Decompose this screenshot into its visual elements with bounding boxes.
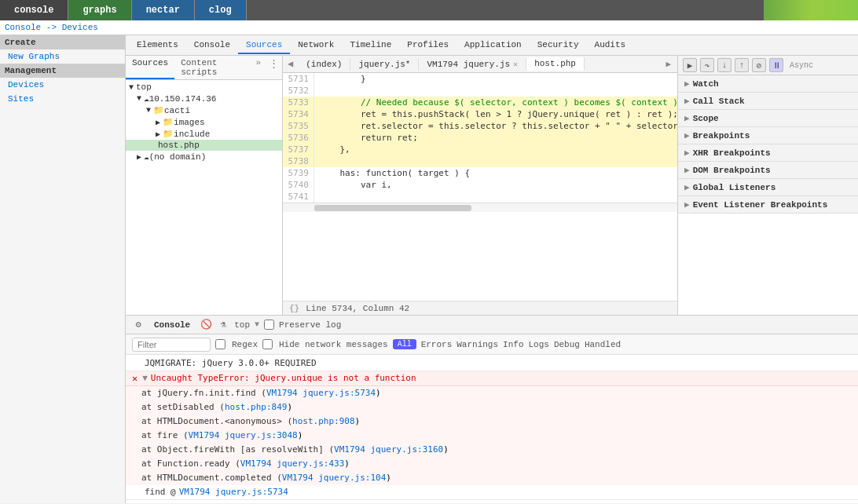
stack-5-link[interactable]: VM1794 jquery.js:433	[240, 458, 344, 470]
devtools-panel: Elements Console Sources Network Timelin…	[126, 35, 858, 503]
file-tree-include[interactable]: ▶ 📁 include	[126, 128, 282, 140]
filter-errors-btn[interactable]: Errors	[421, 340, 453, 349]
tab-application[interactable]: Application	[456, 37, 530, 54]
console-line-jqmigrate: JQMIGRATE: jQuery 3.0.0+ REQUIRED	[126, 356, 858, 371]
section-breakpoints-header[interactable]: ▶ Breakpoints	[678, 127, 858, 144]
section-event-breakpoints-header[interactable]: ▶ Event Listener Breakpoints	[678, 196, 858, 213]
sources-subtab-content-scripts[interactable]: Content scripts	[174, 56, 251, 79]
find-link[interactable]: VM1794 jquery.js:5734	[179, 486, 288, 499]
filter-warnings-btn[interactable]: Warnings	[456, 340, 498, 349]
dom-expand-icon: ▶	[684, 165, 690, 175]
section-xhr-breakpoints-header[interactable]: ▶ XHR Breakpoints	[678, 144, 858, 161]
stack-6-link[interactable]: VM1794 jquery.js:104	[282, 472, 386, 484]
tab-audits[interactable]: Audits	[587, 37, 634, 54]
deactivate-btn[interactable]: ⊘	[752, 58, 766, 72]
nav-tab-graphs[interactable]: graphs	[68, 0, 131, 20]
tab-network[interactable]: Network	[290, 37, 342, 54]
sources-subtab-sources[interactable]: Sources	[126, 56, 174, 79]
section-dom-breakpoints-header[interactable]: ▶ DOM Breakpoints	[678, 162, 858, 178]
sidebar-item-sites[interactable]: Sites	[0, 92, 125, 106]
global-listeners-expand-icon: ▶	[684, 182, 690, 192]
scope-expand-icon: ▶	[684, 113, 690, 123]
tab-sources[interactable]: Sources	[238, 37, 290, 54]
xhr-breakpoints-label: XHR Breakpoints	[693, 148, 771, 158]
stack-4-link[interactable]: VM1794 jquery.js:3160	[334, 444, 443, 456]
nav-tab-console[interactable]: console	[0, 0, 68, 20]
stack-0-link[interactable]: VM1794 jquery.js:5734	[266, 387, 376, 400]
setdisabled-link[interactable]: host.php:849	[215, 501, 277, 503]
sources-more-btn[interactable]: »	[251, 56, 266, 79]
expand-error-icon[interactable]: ▼	[142, 372, 148, 385]
filter-debug-btn[interactable]: Debug	[554, 340, 580, 349]
section-global-listeners-header[interactable]: ▶ Global Listeners	[678, 179, 858, 195]
step-into-btn[interactable]: ↓	[717, 58, 732, 72]
stack-1-link[interactable]: host.php:849	[225, 401, 287, 414]
tab-security[interactable]: Security	[530, 37, 587, 54]
sources-options-btn[interactable]: ⋮	[266, 56, 282, 79]
nav-tab-nectar[interactable]: nectar	[132, 0, 195, 20]
console-stack-6: at HTMLDocument.completed (VM1794 jquery…	[126, 471, 858, 485]
code-brace-icon: {}	[289, 304, 299, 313]
regex-checkbox[interactable]	[215, 339, 226, 349]
code-tab-back[interactable]: ◀	[283, 57, 298, 71]
dom-breakpoints-label: DOM Breakpoints	[693, 166, 771, 175]
console-context-arrow[interactable]: ▼	[255, 320, 259, 329]
file-tree-images[interactable]: ▶ 📁 images	[126, 116, 282, 128]
code-content[interactable]: 5731 } 5732 5733 // Needed because $( se…	[283, 73, 677, 301]
filter-handled-btn[interactable]: Handled	[585, 340, 621, 349]
console-bottom: ⚙ Console 🚫 ⚗ top ▼ Preserve log Regex H…	[126, 315, 858, 503]
tab-console[interactable]: Console	[186, 37, 238, 54]
stack-3-link[interactable]: VM1794 jquery.js:3048	[189, 429, 298, 442]
pause-exception-btn[interactable]: ⏸	[769, 58, 783, 72]
code-tab-host-php-label: host.php	[534, 59, 576, 68]
step-over-btn[interactable]: ↷	[700, 58, 714, 72]
console-filter-input[interactable]	[132, 338, 211, 352]
stack-2-link[interactable]: host.php:908	[292, 415, 354, 428]
sidebar-item-devices[interactable]: Devices	[0, 78, 125, 92]
chevron-right-icon: ▶	[156, 130, 160, 139]
section-scope-header[interactable]: ▶ Scope	[678, 110, 858, 126]
code-tab-index[interactable]: (index)	[298, 58, 350, 71]
file-tree-top[interactable]: ▼ top	[126, 82, 282, 93]
section-call-stack-header[interactable]: ▶ Call Stack	[678, 93, 858, 109]
console-settings-icon[interactable]: ⚙	[132, 319, 145, 331]
nav-tab-clog[interactable]: clog	[195, 0, 247, 20]
filter-logs-btn[interactable]: Logs	[528, 340, 548, 349]
sidebar-new-graphs[interactable]: New Graphs	[0, 49, 125, 64]
code-tab-vm1794[interactable]: VM1794 jquery.js ✕	[419, 58, 526, 71]
console-context-top[interactable]: top	[234, 320, 250, 330]
section-xhr-breakpoints: ▶ XHR Breakpoints	[678, 144, 858, 162]
console-filter-icon[interactable]: ⚗	[217, 319, 229, 331]
resume-btn[interactable]: ▶	[683, 58, 697, 72]
filter-all-btn[interactable]: All	[393, 339, 416, 349]
breadcrumb-console[interactable]: Console	[5, 23, 41, 32]
section-global-listeners: ▶ Global Listeners	[678, 179, 858, 196]
xhr-expand-icon: ▶	[684, 148, 690, 158]
section-watch-header[interactable]: ▶ Watch	[678, 75, 858, 92]
code-tab-expand[interactable]: ▶	[659, 57, 677, 71]
file-tree-no-domain[interactable]: ▶ ☁ (no domain)	[126, 151, 282, 163]
tab-timeline[interactable]: Timeline	[342, 37, 399, 54]
tab-elements[interactable]: Elements	[129, 37, 186, 54]
file-tree-domain[interactable]: ▼ ☁ 10.150.174.36	[126, 93, 282, 104]
sidebar-management-header: Management	[0, 64, 125, 78]
horizontal-scrollbar[interactable]	[283, 203, 677, 212]
chevron-down-icon: ▼	[146, 106, 151, 115]
section-call-stack: ▶ Call Stack	[678, 93, 858, 110]
preserve-log-checkbox[interactable]	[264, 320, 274, 330]
hide-network-checkbox[interactable]	[262, 339, 273, 349]
file-tree-cacti[interactable]: ▼ 📁 cacti	[126, 104, 282, 116]
code-tab-jquery[interactable]: jquery.js*	[350, 58, 419, 71]
console-clear-icon[interactable]: 🚫	[200, 319, 212, 331]
right-panel-sections: ▶ Watch ▶ Call Stack ▶ Scope	[678, 75, 858, 315]
step-out-btn[interactable]: ↑	[735, 58, 749, 72]
breadcrumb-devices[interactable]: Devices	[62, 23, 98, 32]
file-tree-host-php[interactable]: host.php	[126, 140, 282, 151]
scrollbar-thumb[interactable]	[314, 205, 471, 211]
filter-info-btn[interactable]: Info	[503, 340, 523, 349]
folder-icon: 📁	[163, 117, 174, 127]
code-tab-vm1794-close[interactable]: ✕	[513, 60, 518, 69]
code-tab-host-php[interactable]: host.php	[526, 57, 585, 71]
console-tab-label[interactable]: Console	[149, 319, 195, 331]
tab-profiles[interactable]: Profiles	[399, 37, 456, 54]
